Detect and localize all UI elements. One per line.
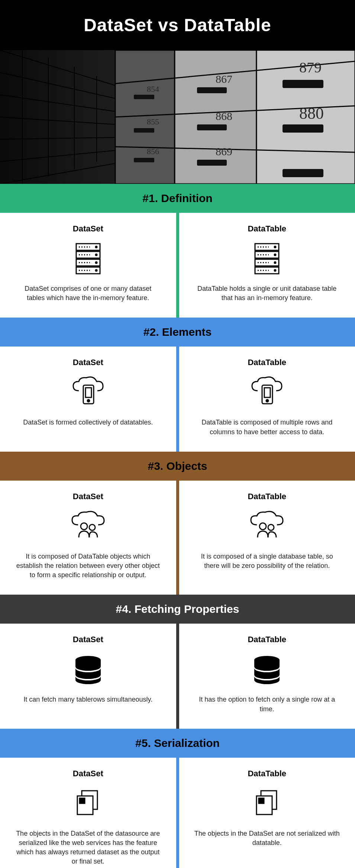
svg-rect-61 bbox=[85, 388, 91, 397]
svg-rect-19 bbox=[134, 95, 154, 99]
col-text: The objects in the DataSet are not seria… bbox=[194, 829, 341, 848]
section-5-left: DataSet The objects in the DataSet of th… bbox=[0, 758, 176, 868]
documents-icon bbox=[15, 785, 161, 822]
section-5-right: DataTable The objects in the DataSet are… bbox=[179, 758, 355, 868]
svg-point-67 bbox=[89, 524, 95, 530]
col-text: DataSet comprises of one or many dataset… bbox=[15, 284, 161, 303]
svg-point-52 bbox=[274, 254, 276, 256]
svg-text:867: 867 bbox=[216, 73, 232, 85]
section-1-header: #1. Definition bbox=[0, 184, 355, 213]
section-2-body: DataSet DataSet is formed collectively o… bbox=[0, 347, 355, 451]
col-title: DataSet bbox=[15, 224, 161, 234]
cloud-people-icon bbox=[15, 508, 161, 545]
svg-text:855: 855 bbox=[147, 117, 159, 126]
col-text: The objects in the DataSet of the dataso… bbox=[15, 829, 161, 867]
database-icon bbox=[194, 651, 341, 688]
section-4-left: DataSet It can fetch many tablerows simu… bbox=[0, 624, 176, 728]
col-title: DataSet bbox=[15, 635, 161, 644]
divider bbox=[176, 758, 179, 868]
cloud-phone-icon bbox=[194, 374, 341, 411]
svg-rect-23 bbox=[197, 124, 227, 130]
server-rack-icon bbox=[194, 240, 341, 277]
col-title: DataSet bbox=[15, 492, 161, 501]
svg-text:856: 856 bbox=[147, 147, 159, 156]
section-2-header: #2. Elements bbox=[0, 318, 355, 347]
col-title: DataSet bbox=[15, 358, 161, 367]
svg-text:854: 854 bbox=[147, 84, 159, 94]
col-title: DataTable bbox=[194, 358, 341, 367]
svg-point-49 bbox=[274, 246, 276, 248]
svg-rect-27 bbox=[283, 169, 323, 177]
svg-rect-22 bbox=[197, 87, 227, 93]
svg-point-66 bbox=[81, 523, 87, 530]
svg-text:868: 868 bbox=[216, 110, 232, 122]
col-title: DataTable bbox=[194, 769, 341, 778]
col-text: DataTable is composed of multiple rows a… bbox=[194, 418, 341, 436]
section-4-right: DataTable It has the option to fetch onl… bbox=[179, 624, 355, 728]
section-3-header: #3. Objects bbox=[0, 452, 355, 481]
section-5-body: DataSet The objects in the DataSet of th… bbox=[0, 758, 355, 868]
section-2-left: DataSet DataSet is formed collectively o… bbox=[0, 347, 176, 451]
svg-rect-74 bbox=[80, 798, 85, 803]
svg-point-69 bbox=[268, 524, 274, 530]
cloud-phone-icon bbox=[15, 374, 161, 411]
col-title: DataTable bbox=[194, 492, 341, 501]
svg-point-55 bbox=[274, 262, 276, 263]
col-text: DataTable holds a single or unit databas… bbox=[194, 284, 341, 303]
svg-rect-21 bbox=[134, 158, 154, 162]
svg-point-68 bbox=[259, 523, 266, 530]
col-text: It is composed of DataTable objects whic… bbox=[15, 552, 161, 580]
database-icon bbox=[15, 651, 161, 688]
section-5-header: #5. Serialization bbox=[0, 729, 355, 758]
divider bbox=[176, 213, 179, 318]
page-title: DataSet vs DataTable bbox=[7, 15, 348, 35]
col-text: It has the option to fetch only a single… bbox=[194, 695, 341, 713]
svg-text:879: 879 bbox=[299, 59, 322, 76]
svg-text:880: 880 bbox=[299, 104, 324, 123]
section-1-right: DataTable DataTable holds a single or un… bbox=[179, 213, 355, 318]
server-rack-icon bbox=[15, 240, 161, 277]
svg-point-40 bbox=[96, 254, 97, 256]
section-4-body: DataSet It can fetch many tablerows simu… bbox=[0, 624, 355, 728]
col-title: DataTable bbox=[194, 224, 341, 234]
section-1-body: DataSet DataSet comprises of one or many… bbox=[0, 213, 355, 318]
section-1-left: DataSet DataSet comprises of one or many… bbox=[0, 213, 176, 318]
svg-text:869: 869 bbox=[216, 145, 232, 157]
col-text: It is composed of a single database tabl… bbox=[194, 552, 341, 570]
section-3-body: DataSet It is composed of DataTable obje… bbox=[0, 481, 355, 595]
svg-rect-77 bbox=[259, 798, 264, 803]
svg-rect-26 bbox=[283, 124, 323, 133]
svg-rect-24 bbox=[197, 160, 227, 166]
section-3-left: DataSet It is composed of DataTable obje… bbox=[0, 481, 176, 595]
svg-point-58 bbox=[274, 270, 276, 271]
svg-point-65 bbox=[266, 400, 268, 402]
page-header: DataSet vs DataTable bbox=[0, 0, 355, 50]
col-text: DataSet is formed collectively of datata… bbox=[15, 418, 161, 427]
col-title: DataSet bbox=[15, 769, 161, 778]
svg-rect-20 bbox=[134, 128, 154, 133]
section-2-right: DataTable DataTable is composed of multi… bbox=[179, 347, 355, 451]
svg-rect-25 bbox=[283, 80, 323, 88]
documents-icon bbox=[194, 785, 341, 822]
cloud-people-icon bbox=[194, 508, 341, 545]
section-4-header: #4. Fetching Properties bbox=[0, 595, 355, 624]
divider bbox=[176, 347, 179, 451]
col-title: DataTable bbox=[194, 635, 341, 644]
svg-point-62 bbox=[87, 400, 90, 402]
svg-rect-64 bbox=[264, 388, 270, 397]
hero-image: 854 855 856 867 868 869 879 880 bbox=[0, 50, 355, 184]
divider bbox=[176, 481, 179, 595]
svg-point-46 bbox=[96, 270, 97, 271]
divider bbox=[176, 624, 179, 728]
svg-point-37 bbox=[96, 246, 97, 248]
col-text: It can fetch many tablerows simultaneous… bbox=[15, 695, 161, 704]
section-3-right: DataTable It is composed of a single dat… bbox=[179, 481, 355, 595]
svg-point-43 bbox=[96, 262, 97, 263]
